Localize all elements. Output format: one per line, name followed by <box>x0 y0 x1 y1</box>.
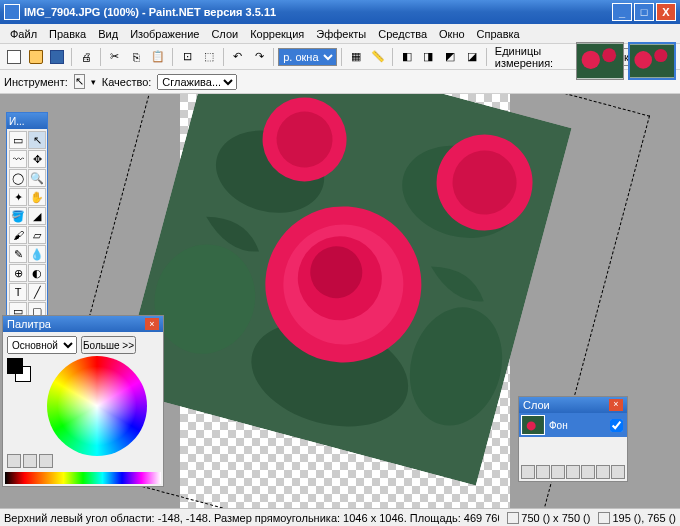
menu-help[interactable]: Справка <box>471 26 526 42</box>
separator <box>100 48 101 66</box>
close-button[interactable]: X <box>656 3 676 21</box>
menu-tools[interactable]: Средства <box>372 26 433 42</box>
tool-text[interactable]: T <box>9 283 27 301</box>
doc-thumb-1[interactable] <box>576 42 624 80</box>
layers-palette-close[interactable]: × <box>609 399 623 411</box>
tool-pan[interactable]: ✋ <box>28 188 46 206</box>
undo-button[interactable]: ↶ <box>228 47 248 67</box>
rose-thumb-icon <box>577 43 623 79</box>
app-icon <box>4 4 20 20</box>
tool-rect-select[interactable]: ▭ <box>9 131 27 149</box>
layer-thumb <box>521 415 545 435</box>
copy-button[interactable]: ⎘ <box>127 47 147 67</box>
zoom-select[interactable]: р. окна <box>278 48 337 66</box>
tool-move[interactable]: ✥ <box>28 150 46 168</box>
tool-brush[interactable]: 🖌 <box>9 226 27 244</box>
crop-button[interactable]: ⊡ <box>177 47 197 67</box>
pal4-button[interactable]: ◪ <box>462 47 482 67</box>
tool-move-select[interactable]: ↖ <box>28 131 46 149</box>
pal2-button[interactable]: ◨ <box>419 47 439 67</box>
separator <box>341 48 342 66</box>
svg-point-21 <box>527 421 536 430</box>
color-mode-select[interactable]: Основной <box>7 336 77 354</box>
status-size: 750 () x 750 () <box>521 512 590 524</box>
color-swatches <box>7 358 31 382</box>
tool-dropdown-icon[interactable]: ▾ <box>91 77 96 87</box>
separator <box>172 48 173 66</box>
active-tool-icon[interactable]: ↖ <box>74 74 85 89</box>
layers-palette-title[interactable]: Слои × <box>519 397 627 413</box>
layer-props-button[interactable] <box>611 465 625 479</box>
color-strip[interactable] <box>5 472 161 484</box>
layers-palette: Слои × Фон <box>518 396 628 482</box>
color-wheel[interactable] <box>47 356 147 456</box>
layer-del-button[interactable] <box>536 465 550 479</box>
quality-select[interactable]: Сглажива... <box>157 74 237 90</box>
menu-file[interactable]: Файл <box>4 26 43 42</box>
menu-view[interactable]: Вид <box>92 26 124 42</box>
tool-pencil[interactable]: ✎ <box>9 245 27 263</box>
svg-point-2 <box>602 48 616 62</box>
maximize-button[interactable]: □ <box>634 3 654 21</box>
grid-button[interactable]: ▦ <box>346 47 366 67</box>
more-button[interactable]: Больше >> <box>81 336 136 354</box>
pal3-button[interactable]: ◩ <box>440 47 460 67</box>
redo-button[interactable]: ↷ <box>249 47 269 67</box>
color-palette-title[interactable]: Палитра × <box>3 316 163 332</box>
canvas[interactable] <box>180 94 510 508</box>
window-buttons: _ □ X <box>612 3 676 21</box>
quality-label: Качество: <box>102 76 152 88</box>
menu-edit[interactable]: Правка <box>43 26 92 42</box>
layer-row[interactable]: Фон <box>519 413 627 437</box>
new-icon <box>7 50 21 64</box>
foreground-swatch[interactable] <box>7 358 23 374</box>
menu-image[interactable]: Изображение <box>124 26 205 42</box>
layer-name: Фон <box>549 420 568 431</box>
doc-thumb-2[interactable] <box>628 42 676 80</box>
layer-down-button[interactable] <box>596 465 610 479</box>
tool-eraser[interactable]: ▱ <box>28 226 46 244</box>
pal1-button[interactable]: ◧ <box>397 47 417 67</box>
status-pos: 195 (), 765 () <box>612 512 676 524</box>
layer-add-button[interactable] <box>521 465 535 479</box>
color-palette-close[interactable]: × <box>145 318 159 330</box>
save-button[interactable] <box>48 47 68 67</box>
palette-btn-2[interactable] <box>23 454 37 468</box>
palette-btn-3[interactable] <box>39 454 53 468</box>
svg-point-1 <box>582 51 600 69</box>
menu-adjust[interactable]: Коррекция <box>244 26 310 42</box>
document-thumbs <box>576 42 676 80</box>
minimize-button[interactable]: _ <box>612 3 632 21</box>
tool-line[interactable]: ╱ <box>28 283 46 301</box>
tool-ellipse-select[interactable]: ◯ <box>9 169 27 187</box>
open-button[interactable] <box>26 47 46 67</box>
tool-fill[interactable]: 🪣 <box>9 207 27 225</box>
menu-window[interactable]: Окно <box>433 26 471 42</box>
layer-visible-checkbox[interactable] <box>610 419 623 432</box>
layer-dup-button[interactable] <box>551 465 565 479</box>
ruler-button[interactable]: 📏 <box>368 47 388 67</box>
tool-lasso[interactable]: 〰 <box>9 150 27 168</box>
tool-clone[interactable]: ⊕ <box>9 264 27 282</box>
tool-zoom[interactable]: 🔍 <box>28 169 46 187</box>
separator <box>273 48 274 66</box>
layer-up-button[interactable] <box>581 465 595 479</box>
pos-icon <box>598 512 610 524</box>
status-text: Верхний левый угол области: -148, -148. … <box>4 512 499 524</box>
tool-picker[interactable]: 💧 <box>28 245 46 263</box>
tool-wand[interactable]: ✦ <box>9 188 27 206</box>
menu-layers[interactable]: Слои <box>205 26 244 42</box>
tool-recolor[interactable]: ◐ <box>28 264 46 282</box>
layer-merge-button[interactable] <box>566 465 580 479</box>
deselect-button[interactable]: ⬚ <box>199 47 219 67</box>
palette-btn-1[interactable] <box>7 454 21 468</box>
tools-palette-title[interactable]: И... <box>7 113 47 129</box>
menu-effects[interactable]: Эффекты <box>310 26 372 42</box>
statusbar: Верхний левый угол области: -148, -148. … <box>0 508 680 526</box>
new-button[interactable] <box>4 47 24 67</box>
print-button[interactable]: 🖨 <box>76 47 96 67</box>
separator <box>71 48 72 66</box>
paste-button[interactable]: 📋 <box>148 47 168 67</box>
cut-button[interactable]: ✂ <box>105 47 125 67</box>
tool-gradient[interactable]: ◢ <box>28 207 46 225</box>
